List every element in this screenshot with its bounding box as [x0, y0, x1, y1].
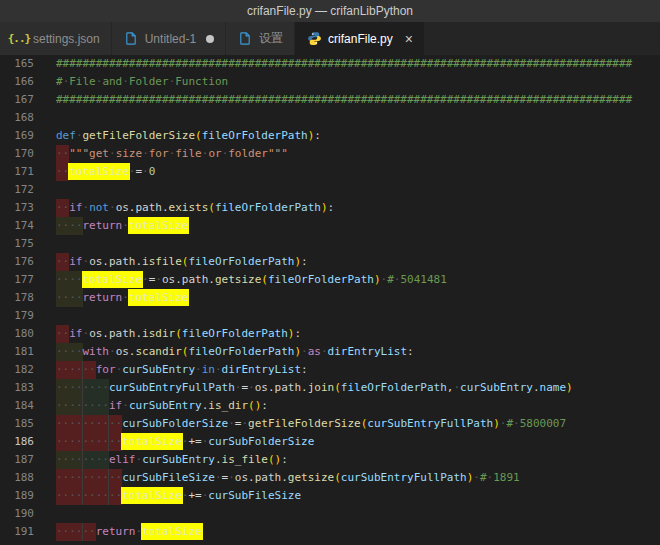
- line-number: 179: [0, 307, 34, 325]
- code-text[interactable]: def·getFileFolderSize(fileOrFolderPath):: [56, 127, 660, 145]
- code-text[interactable]: ········elif·curSubEntry.is_file():: [56, 451, 660, 469]
- code-text[interactable]: [56, 181, 660, 199]
- code-line[interactable]: 174····return·totalSize: [0, 217, 660, 235]
- code-line[interactable]: 165#####################################…: [0, 55, 660, 73]
- window-title: crifanFile.py — crifanLibPython: [247, 4, 413, 18]
- code-text[interactable]: ··if·not·os.path.exists(fileOrFolderPath…: [56, 199, 660, 217]
- code-text[interactable]: ··if·os.path.isfile(fileOrFolderPath):: [56, 253, 660, 271]
- line-number: 177: [0, 271, 34, 289]
- code-line[interactable]: 172: [0, 181, 660, 199]
- line-number: 186: [0, 433, 34, 451]
- line-number: 167: [0, 91, 34, 109]
- code-text[interactable]: ····totalSize·=·os.path.getsize(fileOrFo…: [56, 271, 660, 289]
- code-line[interactable]: 191······return·totalSize: [0, 523, 660, 541]
- tab-label: settings.json: [33, 32, 100, 46]
- code-text[interactable]: ··"""get·size·for·file·or·folder""": [56, 145, 660, 163]
- code-text[interactable]: [56, 307, 660, 325]
- code-text[interactable]: ########################################…: [56, 91, 660, 109]
- code-text[interactable]: ········if·curSubEntry.is_dir():: [56, 397, 660, 415]
- code-line[interactable]: 181····with·os.scandir(fileOrFolderPath)…: [0, 343, 660, 361]
- code-text[interactable]: ········curSubEntryFullPath·=·os.path.jo…: [56, 379, 660, 397]
- code-line[interactable]: 182······for·curSubEntry·in·dirEntryList…: [0, 361, 660, 379]
- line-number: 182: [0, 361, 34, 379]
- line-number: 183: [0, 379, 34, 397]
- code-line[interactable]: 183········curSubEntryFullPath·=·os.path…: [0, 379, 660, 397]
- code-line[interactable]: 184········if·curSubEntry.is_dir():: [0, 397, 660, 415]
- code-line[interactable]: 188··········curSubFileSize·=·os.path.ge…: [0, 469, 660, 487]
- code-text[interactable]: ··········totalSize·+=·curSubFolderSize: [56, 433, 660, 451]
- code-line[interactable]: 189··········totalSize·+=·curSubFileSize: [0, 487, 660, 505]
- line-number: 175: [0, 235, 34, 253]
- code-text[interactable]: ########################################…: [56, 55, 660, 73]
- line-number: 180: [0, 325, 34, 343]
- line-number: 187: [0, 451, 34, 469]
- tab-untitled-1[interactable]: Untitled-1: [112, 22, 226, 55]
- code-line[interactable]: 180··if·os.path.isdir(fileOrFolderPath):: [0, 325, 660, 343]
- file-icon: [237, 31, 253, 47]
- code-text[interactable]: ······return·totalSize: [56, 523, 660, 541]
- code-text[interactable]: ····return·totalSize: [56, 217, 660, 235]
- code-line[interactable]: 175: [0, 235, 660, 253]
- modified-dot-icon: [206, 35, 214, 43]
- code-text[interactable]: ······for·curSubEntry·in·dirEntryList:: [56, 361, 660, 379]
- line-number: 188: [0, 469, 34, 487]
- line-number: 166: [0, 73, 34, 91]
- tab-settings-json[interactable]: {..}settings.json: [0, 22, 112, 55]
- code-text[interactable]: ··········curSubFileSize·=·os.path.getsi…: [56, 469, 660, 487]
- tab-label: crifanFile.py: [328, 32, 393, 46]
- code-text[interactable]: ··········curSubFolderSize·=·getFileFold…: [56, 415, 660, 433]
- tab-shezhi[interactable]: 设置: [226, 22, 295, 55]
- code-line[interactable]: 179: [0, 307, 660, 325]
- title-bar: crifanFile.py — crifanLibPython: [0, 0, 660, 22]
- code-line[interactable]: 185··········curSubFolderSize·=·getFileF…: [0, 415, 660, 433]
- code-text[interactable]: [56, 109, 660, 127]
- line-number: 189: [0, 487, 34, 505]
- code-line[interactable]: 166#·File·and·Folder·Function: [0, 73, 660, 91]
- line-number: 181: [0, 343, 34, 361]
- code-line[interactable]: 187········elif·curSubEntry.is_file():: [0, 451, 660, 469]
- code-text[interactable]: ··if·os.path.isdir(fileOrFolderPath):: [56, 325, 660, 343]
- line-number: 170: [0, 145, 34, 163]
- line-number: 184: [0, 397, 34, 415]
- line-number: 174: [0, 217, 34, 235]
- tab-bar: {..}settings.jsonUntitled-1设置crifanFile.…: [0, 22, 660, 55]
- code-line[interactable]: 169def·getFileFolderSize(fileOrFolderPat…: [0, 127, 660, 145]
- close-icon[interactable]: ×: [405, 32, 413, 46]
- tab-label: 设置: [259, 30, 283, 47]
- code-text[interactable]: [56, 505, 660, 523]
- code-text[interactable]: ··········totalSize·+=·curSubFileSize: [56, 487, 660, 505]
- code-text[interactable]: #·File·and·Folder·Function: [56, 73, 660, 91]
- line-number: 165: [0, 55, 34, 73]
- code-line[interactable]: 173··if·not·os.path.exists(fileOrFolderP…: [0, 199, 660, 217]
- code-line[interactable]: 168: [0, 109, 660, 127]
- line-number: 190: [0, 505, 34, 523]
- line-number: 171: [0, 163, 34, 181]
- line-number: 185: [0, 415, 34, 433]
- line-number: 176: [0, 253, 34, 271]
- code-text[interactable]: ····return·totalSize: [56, 289, 660, 307]
- tab-crifanfile-py[interactable]: crifanFile.py×: [295, 22, 425, 55]
- line-number: 168: [0, 109, 34, 127]
- code-line[interactable]: 176··if·os.path.isfile(fileOrFolderPath)…: [0, 253, 660, 271]
- line-number: 172: [0, 181, 34, 199]
- code-line[interactable]: 177····totalSize·=·os.path.getsize(fileO…: [0, 271, 660, 289]
- editor: 165#####################################…: [0, 55, 660, 545]
- line-number: 178: [0, 289, 34, 307]
- tab-label: Untitled-1: [145, 32, 196, 46]
- json-braces-icon: {..}: [11, 31, 27, 47]
- code-line[interactable]: 178····return·totalSize: [0, 289, 660, 307]
- code-text[interactable]: ····with·os.scandir(fileOrFolderPath)·as…: [56, 343, 660, 361]
- line-number: 169: [0, 127, 34, 145]
- file-icon: [123, 31, 139, 47]
- code-text[interactable]: ··totalSize·=·0: [56, 163, 660, 181]
- code-text[interactable]: [56, 235, 660, 253]
- line-number: 173: [0, 199, 34, 217]
- code-line[interactable]: 171··totalSize·=·0: [0, 163, 660, 181]
- code-line[interactable]: 170··"""get·size·for·file·or·folder""": [0, 145, 660, 163]
- code-line[interactable]: 167#####################################…: [0, 91, 660, 109]
- line-number: 191: [0, 523, 34, 541]
- code-line[interactable]: 190: [0, 505, 660, 523]
- code-line[interactable]: 186··········totalSize·+=·curSubFolderSi…: [0, 433, 660, 451]
- python-icon: [306, 31, 322, 47]
